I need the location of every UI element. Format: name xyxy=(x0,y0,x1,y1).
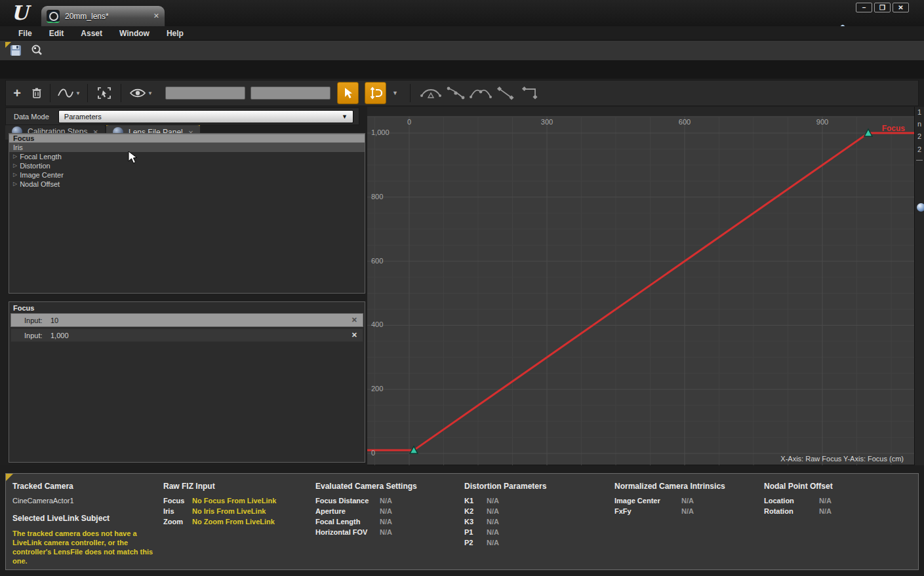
menu-file[interactable]: File xyxy=(10,28,40,39)
fiz-label: Focus xyxy=(163,497,192,505)
tangent-auto-icon[interactable] xyxy=(418,85,443,102)
title-bar: U 20mm_lens* ✕ – ❐ ✕ xyxy=(0,0,924,26)
input-value: 10 xyxy=(50,317,58,324)
unreal-logo-icon: U xyxy=(8,1,31,25)
section-header: Normalized Camera Intrinsics xyxy=(614,482,755,491)
setting-value: N/A xyxy=(380,518,392,526)
setting-label: Aperture xyxy=(315,507,380,515)
status-area: Tracked Camera CineCameraActor1 Selected… xyxy=(0,465,924,576)
chevron-down-icon: ▼ xyxy=(148,90,153,96)
menu-window[interactable]: Window xyxy=(111,28,157,39)
curve-options-icon[interactable]: ▼ xyxy=(55,86,83,100)
mouse-cursor xyxy=(128,151,138,165)
y-tick-label: 400 xyxy=(371,320,383,328)
section-header: Tracked Camera xyxy=(12,482,167,491)
y-tick-label: 0 xyxy=(371,449,375,457)
asset-tab-label: 20mm_lens* xyxy=(65,12,148,21)
nodal-value: N/A xyxy=(819,497,832,505)
save-icon[interactable] xyxy=(9,44,22,57)
visibility-icon[interactable]: ▼ xyxy=(126,88,156,98)
asset-tab-close-icon[interactable]: ✕ xyxy=(153,12,159,20)
data-mode-value: Parameters xyxy=(64,113,342,121)
setting-value: N/A xyxy=(380,497,392,505)
menu-bar: File Edit Asset Window Help xyxy=(0,26,924,41)
parameter-item-focus[interactable]: Focus xyxy=(9,134,365,143)
y-tick-label: 600 xyxy=(371,257,383,265)
clipped-text: 2 xyxy=(915,145,924,153)
param-label: P1 xyxy=(464,528,487,536)
parameter-item-image-center[interactable]: ▷ Image Center xyxy=(9,170,365,180)
x-tick-label: 300 xyxy=(534,118,560,126)
expand-arrow-icon[interactable]: ▷ xyxy=(13,161,17,170)
tracked-camera-value: CineCameraActor1 xyxy=(12,497,167,505)
frame-selection-icon[interactable] xyxy=(92,86,116,100)
menu-help[interactable]: Help xyxy=(159,28,191,39)
parameter-item-distortion[interactable]: ▷ Distortion xyxy=(9,161,365,170)
input-label: Input: xyxy=(24,332,50,339)
fiz-label: Iris xyxy=(163,507,192,515)
tool-dropdown-chevron-icon[interactable]: ▼ xyxy=(392,90,398,96)
lens-asset-icon xyxy=(47,10,60,23)
distortion-parameters-section: Distortion Parameters K1N/A K2N/A K3N/A … xyxy=(464,482,595,549)
delete-key-icon[interactable] xyxy=(28,87,45,99)
data-mode-label: Data Mode xyxy=(14,113,49,121)
tangent-break-icon[interactable] xyxy=(468,85,493,102)
focus-input-row-1000[interactable]: Input: 1,000 ✕ xyxy=(10,328,363,342)
close-button[interactable]: ✕ xyxy=(893,3,909,12)
time-field[interactable] xyxy=(165,86,245,100)
graph-top-band xyxy=(367,107,914,116)
select-tool-button[interactable] xyxy=(337,82,359,104)
focus-panel-title: Focus xyxy=(9,302,365,313)
menu-asset[interactable]: Asset xyxy=(73,28,110,39)
expand-arrow-icon[interactable]: ▷ xyxy=(13,152,17,161)
right-edge-panel: 1 n 2 2 xyxy=(914,107,924,465)
tangent-constant-icon[interactable] xyxy=(518,85,543,102)
focus-curve-plot[interactable] xyxy=(367,107,914,465)
nodal-label: Location xyxy=(764,497,819,505)
remove-input-icon[interactable]: ✕ xyxy=(352,331,357,339)
focus-input-row-10[interactable]: Input: 10 ✕ xyxy=(10,313,363,327)
parameter-label: Iris xyxy=(13,143,23,152)
clipped-text: n xyxy=(915,120,924,128)
tangent-smooth-icon[interactable] xyxy=(443,85,468,102)
x-tick-label: 0 xyxy=(396,118,422,126)
parameter-item-nodal-offset[interactable]: ▷ Nodal Offset xyxy=(9,180,365,189)
intrinsic-value: N/A xyxy=(681,507,694,515)
expand-arrow-icon[interactable]: ▷ xyxy=(13,170,17,180)
browse-icon[interactable] xyxy=(30,44,43,57)
nodal-label: Rotation xyxy=(764,507,819,515)
remove-input-icon[interactable]: ✕ xyxy=(352,316,357,324)
menu-edit[interactable]: Edit xyxy=(41,28,72,39)
parameter-label: Image Center xyxy=(20,170,64,180)
section-header: Raw FIZ Input xyxy=(163,482,314,491)
asset-toolbar xyxy=(0,41,924,61)
tracked-camera-section: Tracked Camera CineCameraActor1 Selected… xyxy=(12,482,167,566)
panel-tab-row: Calibration Steps ✕ Lens File Panel ✕ xyxy=(0,61,924,79)
expand-arrow-icon[interactable]: ▷ xyxy=(13,180,17,189)
fiz-label: Zoom xyxy=(163,518,192,526)
tangent-linear-icon[interactable] xyxy=(493,85,518,102)
setting-value: N/A xyxy=(380,507,392,515)
add-key-icon[interactable]: + xyxy=(6,86,28,101)
value-field[interactable] xyxy=(251,86,331,100)
param-value: N/A xyxy=(487,497,499,505)
parameter-item-focal-length[interactable]: ▷ Focal Length xyxy=(9,152,365,161)
panel-corner-flag xyxy=(6,474,13,481)
combo-arrow-icon: ▼ xyxy=(342,113,348,120)
intrinsic-label: Image Center xyxy=(614,497,681,505)
clipped-sphere-icon xyxy=(917,203,924,212)
maximize-button[interactable]: ❐ xyxy=(874,3,891,12)
param-label: K3 xyxy=(464,518,487,526)
parameter-label: Nodal Offset xyxy=(20,180,60,189)
fiz-value: No Focus From LiveLink xyxy=(192,497,276,505)
interpolation-tool-button[interactable] xyxy=(365,82,386,104)
minimize-button[interactable]: – xyxy=(856,3,872,12)
parameter-item-iris[interactable]: Iris xyxy=(9,143,365,152)
curve-graph[interactable]: 0300600900 02004006008001,000 Focus X-Ax… xyxy=(367,107,914,465)
curve-editor-toolbar: + ▼ ▼ ▼ xyxy=(5,80,919,106)
asset-window-tab[interactable]: 20mm_lens* ✕ xyxy=(41,5,165,26)
setting-value: N/A xyxy=(380,528,392,536)
data-mode-select[interactable]: Parameters ▼ xyxy=(58,110,353,123)
parameter-label: Distortion xyxy=(20,161,50,170)
y-tick-label: 200 xyxy=(371,385,383,393)
